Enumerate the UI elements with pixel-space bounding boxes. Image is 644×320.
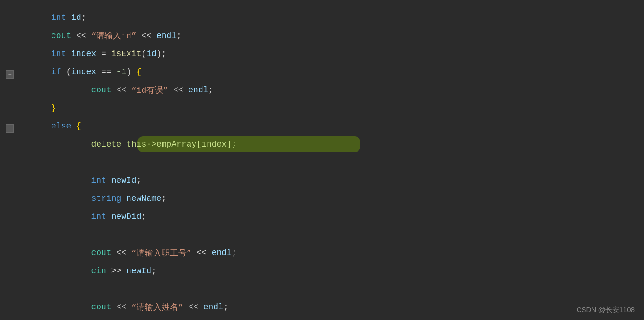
var-id: id: [71, 13, 81, 22]
keyword-string: string: [91, 194, 121, 203]
keyword-int-3: int: [91, 176, 106, 185]
code-line-blank-1: [46, 153, 644, 171]
gutter: − −: [0, 0, 46, 320]
code-line-15: cin >> newId;: [46, 262, 644, 280]
fold-line-else: [18, 128, 18, 309]
num-neg1: -1: [116, 67, 126, 77]
code-line-7: else {: [46, 117, 644, 135]
string-xingming: “请输入姓名”: [131, 301, 183, 313]
fold-icon-else[interactable]: −: [6, 124, 14, 133]
code-line-14: cout << “请输入职工号” << endl;: [46, 243, 644, 262]
code-line-8: delete this->empArray[index];: [46, 135, 644, 153]
var-newid: newId: [111, 176, 137, 185]
keyword-this: this: [126, 140, 146, 149]
string-qsr-id: “请输入id”: [91, 30, 136, 41]
endl-4: endl: [203, 302, 223, 312]
endl-1: endl: [156, 31, 176, 40]
keyword-if: if: [51, 67, 61, 77]
keyword-cout-4: cout: [91, 302, 111, 312]
keyword-else: else: [51, 122, 71, 131]
code-editor: int id; cout << “请输入id” << endl; int ind…: [46, 0, 644, 320]
keyword-int: int: [51, 13, 66, 22]
watermark: CSDN @长安1108: [577, 306, 635, 314]
close-brace-if: }: [51, 103, 56, 113]
var-newdid: newDid: [111, 212, 142, 221]
var-index-2: index: [71, 67, 96, 77]
code-line-4: if (index == -1) {: [46, 63, 644, 81]
code-line-11: string newName;: [46, 189, 644, 207]
fold-icon-if[interactable]: −: [6, 70, 14, 79]
code-line-6: }: [46, 99, 644, 117]
code-line-3: int index = isExit(id);: [46, 45, 644, 63]
code-line-1: int id;: [46, 8, 644, 26]
keyword-int-2: int: [51, 49, 66, 58]
var-newname: newName: [126, 194, 162, 203]
member-emparray: empArray: [156, 140, 196, 149]
code-line-5: cout << “id有误” << endl;: [46, 81, 644, 99]
var-index: index: [71, 49, 96, 58]
keyword-delete: delete: [91, 140, 121, 149]
code-line-blank-2: [46, 225, 644, 243]
endl-2: endl: [188, 85, 208, 95]
code-line-10: int newId;: [46, 171, 644, 189]
code-line-blank-3: [46, 280, 644, 298]
open-brace-else: {: [76, 122, 81, 131]
fold-line-if: [18, 74, 18, 124]
keyword-cin: cin: [91, 266, 106, 275]
keyword-cout-3: cout: [91, 248, 111, 257]
string-zhigonghao: “请输入职工号”: [131, 247, 192, 258]
var-newid-2: newId: [126, 266, 151, 275]
fn-isExit: isExit: [111, 49, 142, 58]
code-line-17: cout << “请输入姓名” << endl;: [46, 298, 644, 316]
code-line-12: int newDid;: [46, 207, 644, 225]
var-index-3: index: [202, 140, 227, 149]
open-brace-if: {: [137, 67, 142, 77]
endl-3: endl: [212, 248, 232, 257]
keyword-cout: cout: [51, 31, 71, 40]
keyword-int-4: int: [91, 212, 106, 221]
string-id-error: “id有误”: [131, 84, 168, 96]
keyword-cout-2: cout: [91, 85, 111, 95]
param-id: id: [146, 49, 156, 58]
code-line-2: cout << “请输入id” << endl;: [46, 26, 644, 45]
